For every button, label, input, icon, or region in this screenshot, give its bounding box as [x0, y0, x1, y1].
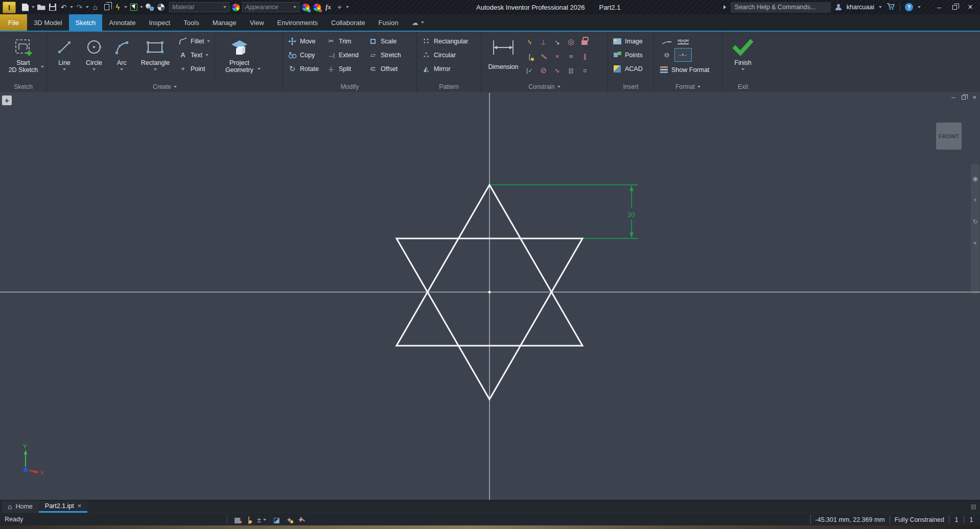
material-browser-button[interactable] — [145, 2, 154, 13]
degrees-of-freedom-icon[interactable]: + — [287, 516, 291, 524]
sketch-origin-point[interactable] — [488, 291, 491, 294]
point-button[interactable]: + Point — [176, 62, 212, 76]
material-dropdown-caret[interactable] — [223, 6, 226, 8]
line-caret[interactable] — [63, 68, 66, 70]
save-button[interactable] — [48, 2, 57, 13]
extend-button[interactable]: →| Extend — [324, 48, 366, 62]
tab-collaborate[interactable]: Collaborate — [324, 14, 372, 31]
driven-dimension-button[interactable]: H(x)H — [674, 34, 692, 48]
material-dropdown[interactable]: Material — [169, 2, 229, 12]
help-caret[interactable] — [918, 6, 921, 8]
insert-acad-button[interactable]: ACAD — [611, 62, 645, 76]
copy-properties-button[interactable] — [102, 2, 111, 13]
user-menu-caret[interactable] — [879, 6, 882, 8]
dimension-30[interactable]: 30 — [491, 185, 638, 238]
browser-expand-button[interactable]: + — [2, 95, 12, 105]
color-wheel-button[interactable] — [231, 2, 241, 13]
centerline-toggle-button[interactable]: ⊖ — [659, 48, 674, 62]
start-2d-sketch-button[interactable]: Start 2D Sketch — [3, 33, 44, 81]
tab-environments[interactable]: Environments — [271, 14, 324, 31]
dimension-value-text[interactable]: 30 — [627, 211, 635, 219]
look-at-icon[interactable]: ⌖ — [973, 240, 977, 246]
horizontal-constraint-icon[interactable]: ≡ — [564, 49, 578, 63]
tangent-constraint-icon[interactable]: ⊘ — [536, 63, 550, 78]
search-input[interactable] — [731, 2, 831, 13]
username-label[interactable]: kharcuaai — [847, 4, 874, 11]
stretch-button[interactable]: ▱ Stretch — [366, 48, 409, 62]
cart-button[interactable] — [886, 3, 895, 12]
document-close-button[interactable]: × — [972, 93, 976, 101]
add-qat-button[interactable]: + — [335, 2, 344, 13]
project-geometry-button[interactable]: Project Geometry — [218, 33, 261, 81]
auto-dimension-icon[interactable]: ϟ — [523, 35, 536, 49]
appearance-dropdown[interactable]: Appearance — [242, 2, 299, 12]
part-tab-close-icon[interactable]: × — [78, 502, 82, 510]
center-point-toggle-button[interactable]: -+- — [674, 48, 692, 62]
tab-fusion[interactable]: Fusion — [372, 14, 405, 31]
select-tool-button[interactable] — [129, 2, 138, 13]
pan-icon[interactable]: + — [973, 197, 977, 203]
constraint-inference-icon[interactable]: [ — [248, 516, 250, 524]
constraint-status-icon[interactable]: + — [298, 516, 302, 524]
appearance-dropdown-caret[interactable] — [293, 6, 296, 8]
rotate-button[interactable]: ↻ Rotate — [286, 62, 324, 76]
new-file-caret[interactable] — [32, 6, 35, 8]
dimension-display-icon[interactable]: ± — [257, 516, 266, 524]
document-restore-button[interactable] — [962, 95, 966, 100]
construction-toggle-button[interactable] — [659, 34, 674, 48]
project-geometry-caret[interactable] — [258, 68, 261, 70]
arc-caret[interactable] — [120, 68, 123, 70]
qat-customize-caret[interactable] — [346, 6, 349, 8]
sketch-drawing[interactable]: 30 Y X — [0, 92, 980, 500]
panel-format-labelrow[interactable]: Format — [654, 82, 722, 92]
text-button[interactable]: A Text — [176, 48, 212, 62]
move-button[interactable]: Move — [286, 34, 324, 48]
finish-caret[interactable] — [741, 68, 744, 70]
document-minimize-button[interactable]: – — [951, 93, 955, 101]
import-points-button[interactable]: Points — [611, 48, 645, 62]
dimension-button[interactable]: Dimension — [484, 33, 523, 81]
minimize-button[interactable]: – — [934, 3, 945, 11]
adjust-appearance-button[interactable] — [301, 2, 311, 13]
fillet-caret[interactable] — [207, 40, 210, 42]
insert-image-button[interactable]: Image — [611, 34, 645, 48]
vertical-constraint-icon[interactable]: ∥ — [578, 49, 592, 63]
tab-annotate[interactable]: Annotate — [102, 14, 142, 31]
undo-caret[interactable] — [70, 6, 73, 8]
fillet-button[interactable]: Fillet — [176, 34, 212, 48]
iproperties-caret[interactable] — [124, 6, 127, 8]
close-button[interactable]: × — [965, 3, 976, 12]
iproperties-button[interactable]: ϟ — [113, 2, 123, 13]
home-button[interactable]: ⌂ — [90, 2, 100, 13]
panel-create-labelrow[interactable]: Create — [47, 82, 283, 92]
offset-button[interactable]: ⊂ Offset — [366, 62, 409, 76]
smooth-constraint-icon[interactable]: ∿ — [550, 63, 564, 78]
show-constraints-icon[interactable]: [✓ — [523, 63, 536, 78]
undo-button[interactable]: ↶ — [59, 2, 68, 13]
restore-button[interactable] — [952, 5, 957, 10]
tab-3d-model[interactable]: 3D Model — [27, 14, 69, 31]
parameters-fx-button[interactable]: fx — [323, 2, 333, 13]
slice-graphics-icon[interactable]: ◪ — [273, 516, 280, 524]
new-file-button[interactable] — [20, 2, 30, 13]
fix-constraint-icon[interactable] — [578, 35, 592, 49]
view-cube[interactable]: FRONT — [936, 123, 962, 150]
panel-constrain-labelrow[interactable]: Constrain — [481, 82, 608, 92]
show-format-button[interactable]: Show Format — [659, 63, 709, 77]
split-button[interactable]: -|- Split — [324, 62, 366, 76]
cloud-menu[interactable]: ☁ — [405, 14, 431, 31]
snap-to-grid-icon[interactable]: ▦ — [234, 516, 241, 524]
equal-constraint-icon[interactable]: = — [578, 63, 592, 78]
circle-button[interactable]: Circle — [79, 33, 109, 81]
tab-file[interactable]: File — [0, 14, 27, 31]
inventor-logo-icon[interactable]: I — [3, 2, 16, 13]
text-caret[interactable] — [205, 54, 208, 56]
part-document-tab[interactable]: Part2.1.ipt × — [39, 500, 88, 513]
redo-caret[interactable] — [86, 6, 89, 8]
redo-button[interactable]: ↷ — [75, 2, 84, 13]
tab-list-icon[interactable]: ▤ — [971, 503, 976, 510]
rectangle-button[interactable]: Rectangle — [134, 33, 176, 81]
search-expand-icon[interactable] — [724, 5, 726, 9]
circular-pattern-button[interactable]: ∴ Circular — [419, 48, 470, 62]
mirror-button[interactable]: ◭ Mirror — [419, 62, 470, 76]
